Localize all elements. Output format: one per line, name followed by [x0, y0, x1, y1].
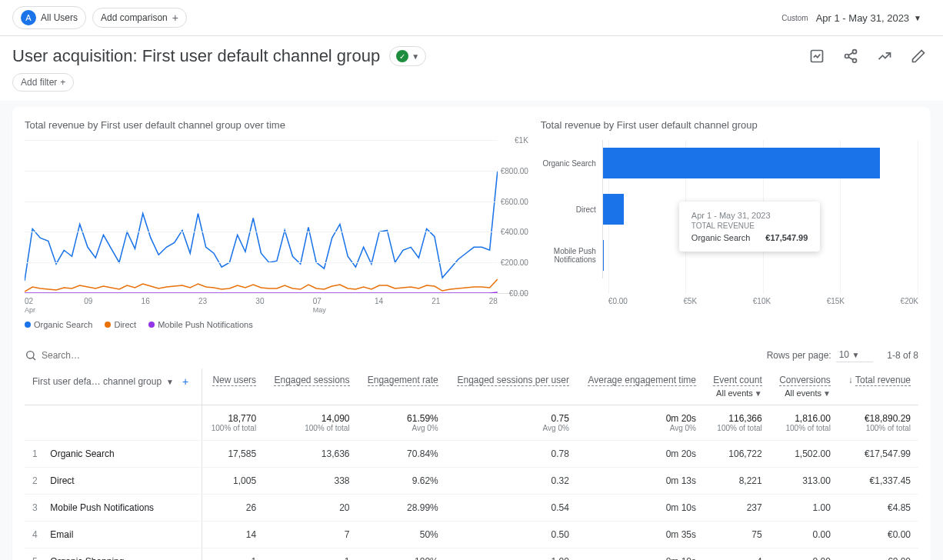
- conversions-select[interactable]: All events ▼: [785, 388, 831, 398]
- page-title: User acquisition: First user default cha…: [12, 46, 380, 66]
- tooltip-date: Apr 1 - May 31, 2023: [691, 211, 808, 220]
- metric-cell: €4.85: [838, 495, 918, 522]
- metric-cell: 0m 35s: [577, 522, 704, 548]
- col-new-users[interactable]: New users: [202, 368, 264, 405]
- legend-item-mobile-push[interactable]: Mobile Push Notifications: [148, 320, 253, 329]
- metric-cell: 0m 10s: [577, 548, 704, 561]
- table-row[interactable]: 4 Email14750%0.500m 35s750.00€0.00: [25, 522, 918, 548]
- col-conversions[interactable]: ConversionsAll events ▼: [770, 368, 838, 405]
- data-table-section: Rows per page: 10 ▼ 1-8 of 8 First user …: [25, 342, 918, 560]
- metric-cell: 14: [202, 522, 264, 548]
- metric-cell: 0.78: [446, 441, 577, 468]
- metric-cell: 0.00: [770, 548, 838, 561]
- dimension-cell: 1 Organic Search: [25, 441, 202, 468]
- table-row[interactable]: 3 Mobile Push Notifications262028.99%0.5…: [25, 495, 918, 522]
- metric-cell: 1: [202, 548, 264, 561]
- metric-cell: 0.32: [446, 468, 577, 495]
- legend-item-direct[interactable]: Direct: [105, 320, 136, 329]
- dimension-header-cell[interactable]: First user defa… channel group ▼ +: [25, 368, 202, 405]
- totals-cell: 0m 20sAvg 0%: [577, 405, 704, 441]
- x-tick-label: 21: [432, 297, 440, 314]
- line-chart[interactable]: €1K€800.00€600.00€400.00€200.00€0.00: [25, 140, 528, 294]
- sort-arrow-icon: ↓: [848, 375, 853, 385]
- metric-cell: 0.54: [446, 495, 577, 522]
- metric-cell: 1: [264, 548, 357, 561]
- col-total-revenue[interactable]: ↓ Total revenue: [838, 368, 918, 405]
- tooltip-series: Organic Search: [691, 233, 750, 242]
- insights-button[interactable]: [805, 44, 829, 68]
- table-row[interactable]: 5 Organic Shopping11100%1.000m 10s40.00€…: [25, 548, 918, 561]
- metric-cell: 1,005: [202, 468, 264, 495]
- chart-insights-icon: [809, 48, 825, 64]
- metric-cell: 100%: [358, 548, 446, 561]
- x-tick-label: €5K: [683, 297, 697, 305]
- line-chart-title: Total revenue by First user default chan…: [25, 119, 528, 131]
- table-row[interactable]: 1 Organic Search17,58513,63670.84%0.780m…: [25, 441, 918, 468]
- x-tick-label: €20K: [901, 297, 918, 305]
- dimension-header-label: First user defa… channel group: [32, 376, 162, 387]
- x-tick-label: €10K: [753, 297, 771, 305]
- date-range-picker[interactable]: Custom Apr 1 - May 31, 2023 ▼: [772, 9, 931, 27]
- legend-item-organic-search[interactable]: Organic Search: [25, 320, 92, 329]
- y-tick-label: €600.00: [501, 197, 528, 205]
- x-tick-label: 02Apr: [25, 297, 35, 314]
- add-dimension-button[interactable]: +: [178, 375, 192, 388]
- trend-icon: [877, 48, 892, 64]
- svg-point-3: [853, 58, 857, 62]
- metric-cell: 9.62%: [358, 468, 446, 495]
- y-tick-label: €0.00: [509, 289, 528, 298]
- svg-point-4: [27, 351, 34, 358]
- col-avg-engagement-time[interactable]: Average engagement time: [577, 368, 704, 405]
- col-engaged-sessions-per-user[interactable]: Engaged sessions per user: [446, 368, 577, 405]
- bar-chart[interactable]: Organic SearchDirectMobile Push Notifica…: [541, 140, 918, 294]
- col-engagement-rate[interactable]: Engagement rate: [358, 368, 446, 405]
- plus-icon: +: [60, 77, 65, 88]
- x-tick-label: 23: [198, 297, 207, 314]
- table-row[interactable]: 2 Direct1,0053389.62%0.320m 13s8,221313.…: [25, 468, 918, 495]
- add-filter-chip[interactable]: Add filter +: [12, 73, 74, 92]
- custom-label: Custom: [781, 14, 808, 22]
- bar-category-label: Mobile Push Notifications: [541, 247, 602, 264]
- add-comparison-chip[interactable]: Add comparison +: [92, 8, 187, 28]
- metric-cell: 1.00: [446, 548, 577, 561]
- x-tick-label: 30: [255, 297, 264, 314]
- metric-cell: 338: [264, 468, 357, 495]
- metric-cell: 17,585: [202, 441, 264, 468]
- bar-row[interactable]: Organic Search: [541, 140, 918, 186]
- data-table: First user defa… channel group ▼ + New u…: [25, 368, 918, 560]
- plus-icon: +: [172, 12, 178, 24]
- edit-button[interactable]: [906, 44, 931, 68]
- compare-button[interactable]: [872, 44, 897, 68]
- dimension-cell: 4 Email: [25, 522, 202, 548]
- x-tick-label: €15K: [827, 297, 845, 305]
- bar-chart-x-axis: €0.00€5K€10K€15K€20K: [541, 297, 918, 305]
- y-tick-label: €200.00: [501, 258, 528, 267]
- col-engaged-sessions[interactable]: Engaged sessions: [264, 368, 357, 405]
- metric-cell: 4: [704, 548, 770, 561]
- share-button[interactable]: [838, 44, 863, 68]
- rows-per-page-select[interactable]: 10 ▼: [836, 348, 874, 362]
- share-icon: [843, 48, 858, 64]
- metric-cell: 28.99%: [358, 495, 446, 522]
- tooltip-metric-label: TOTAL REVENUE: [691, 222, 808, 230]
- y-tick-label: €800.00: [501, 166, 528, 175]
- bar-chart-title: Total revenue by First user default chan…: [541, 119, 918, 131]
- x-tick-label: €0.00: [608, 297, 628, 305]
- search-icon: [25, 349, 37, 362]
- dimension-cell: 3 Mobile Push Notifications: [25, 495, 202, 522]
- audience-chip[interactable]: A All Users: [12, 6, 86, 29]
- table-search[interactable]: [25, 349, 761, 362]
- chevron-down-icon: ▼: [412, 52, 419, 61]
- col-event-count[interactable]: Event countAll events ▼: [704, 368, 770, 405]
- metric-cell: €1,337.45: [838, 468, 918, 495]
- totals-cell: €18,890.29100% of total: [838, 405, 918, 441]
- x-tick-label: 07May: [313, 297, 326, 314]
- totals-cell: 61.59%Avg 0%: [358, 405, 446, 441]
- status-pill[interactable]: ✓ ▼: [389, 46, 426, 66]
- metric-cell: 0m 13s: [577, 468, 704, 495]
- metric-cell: 70.84%: [358, 441, 446, 468]
- event-count-select[interactable]: All events ▼: [716, 388, 762, 398]
- search-input[interactable]: [42, 350, 195, 361]
- metric-cell: 13,636: [264, 441, 357, 468]
- add-comparison-label: Add comparison: [101, 12, 168, 23]
